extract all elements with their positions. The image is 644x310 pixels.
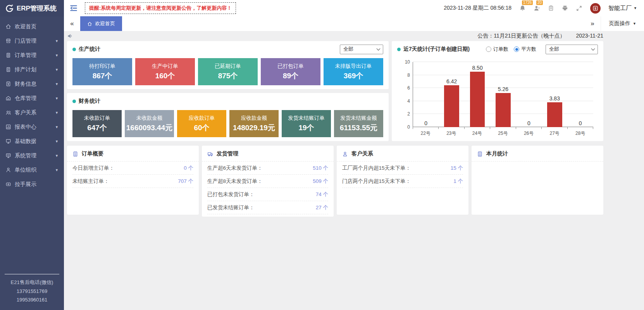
collapse-sidebar-icon[interactable] xyxy=(69,4,78,12)
panel-month-stats: 本月统计 xyxy=(472,146,603,215)
production-filter-select[interactable]: 全部 xyxy=(340,45,383,54)
row-label: 生产超8天未发货订单： xyxy=(207,178,263,185)
customer-messages-icon[interactable]: 20 xyxy=(534,5,540,12)
header-datetime: 2023-11-28 星期二 08:56:18 xyxy=(444,5,511,12)
chart-filter-value: 全部 xyxy=(549,46,559,53)
finance-stats-title: 财务统计 xyxy=(79,98,100,105)
notification-bell-icon[interactable]: 1726 xyxy=(519,5,526,12)
finance-card-3[interactable]: 应收款金额148029.19元 xyxy=(229,110,279,137)
page-operations-menu[interactable]: 页面操作 ▼ xyxy=(601,16,644,31)
chart-radio-0[interactable]: 订单数 xyxy=(486,46,508,53)
sidebar-item-label: 客户关系 xyxy=(15,109,52,116)
row-value[interactable]: 15 个 xyxy=(451,165,463,172)
row-value[interactable]: 509 个 xyxy=(313,178,328,185)
y-axis-tick-label: 6 xyxy=(407,85,410,91)
row-value[interactable]: 0 个 xyxy=(184,165,193,172)
panel-customer: 客户关系工厂两个月内超15天未下单：15 个门店两个月内超15天未下单：1 个 xyxy=(337,146,468,215)
bar-series: 06.428.505.2603.830 xyxy=(413,62,593,127)
sidebar-item-order[interactable]: 订单管理▼ xyxy=(0,48,64,62)
bar-slot: 0 xyxy=(568,62,593,127)
row-value[interactable]: 510 个 xyxy=(313,165,328,172)
production-card-2[interactable]: 已延期订单875个 xyxy=(198,58,258,85)
tab-label: 欢迎首页 xyxy=(95,20,115,27)
bar[interactable] xyxy=(496,93,511,127)
page-operations-label: 页面操作 xyxy=(609,20,630,27)
people-icon xyxy=(5,110,11,115)
chart-filter-select[interactable]: 全部 xyxy=(546,45,598,54)
row-label: 工厂两个月内超15天未下单： xyxy=(342,165,411,172)
production-cards: 待打印订单867个生产中订单160个已延期订单875个已打包订单89个未排版导出… xyxy=(72,58,383,85)
production-card-1[interactable]: 生产中订单160个 xyxy=(135,58,195,85)
row-label: 已打包未发货订单： xyxy=(207,191,255,198)
x-tick xyxy=(516,127,542,129)
stat-card-value: 647个 xyxy=(87,123,107,133)
print-icon[interactable] xyxy=(562,5,568,11)
bar[interactable] xyxy=(470,72,485,127)
sidebar-item-label: 仓库管理 xyxy=(15,95,52,102)
info-row: 已打包未发货订单：74 个 xyxy=(207,188,328,201)
row-value[interactable]: 1 个 xyxy=(453,178,463,185)
row-value[interactable]: 74 个 xyxy=(316,191,328,198)
production-filter-value: 全部 xyxy=(343,46,353,53)
chevron-down-icon: ▼ xyxy=(55,39,59,43)
tabs-scroll-left-icon[interactable]: « xyxy=(64,16,80,31)
sidebar-item-monitor[interactable]: 基础数据▼ xyxy=(0,134,64,148)
sidebar-item-plan[interactable]: 排产计划▼ xyxy=(0,62,64,77)
sidebar-item-report[interactable]: 报表中心▼ xyxy=(0,120,64,134)
tabs-scroll-right-icon[interactable]: » xyxy=(584,16,601,31)
bar-slot: 6.42 xyxy=(439,62,464,127)
row-value[interactable]: 27 个 xyxy=(316,204,328,211)
sidebar-item-people[interactable]: 客户关系▼ xyxy=(0,105,64,120)
fullscreen-icon[interactable] xyxy=(576,5,582,12)
row-value[interactable]: 707 个 xyxy=(178,178,193,185)
sidebar-item-home[interactable]: 欢迎首页 xyxy=(0,19,64,34)
speaker-icon[interactable] xyxy=(67,33,73,39)
finance-card-1[interactable]: 未收款金额1660093.44元 xyxy=(125,110,174,137)
sidebar-item-label: 报表中心 xyxy=(15,124,52,131)
production-card-3[interactable]: 已打包订单89个 xyxy=(261,58,320,85)
logo-icon xyxy=(5,3,14,13)
panel-header: 客户关系 xyxy=(337,146,468,162)
finance-card-5[interactable]: 发货未结账金额61153.55元 xyxy=(334,110,383,137)
chevron-down-icon: ▼ xyxy=(55,140,59,143)
finance-card-0[interactable]: 未收款订单647个 xyxy=(72,110,122,137)
radio-button xyxy=(514,46,519,52)
notice-text[interactable]: 公告：11月21日更新公告（晚十点） xyxy=(477,33,565,40)
bar[interactable] xyxy=(547,102,562,127)
production-stats-title: 生产统计 xyxy=(79,46,100,53)
sidebar-item-person[interactable]: 单位组织▼ xyxy=(0,163,64,177)
stat-card-label: 已打包订单 xyxy=(277,63,304,70)
x-axis-label: 25号 xyxy=(490,130,516,137)
sidebar-item-handle[interactable]: 拉手展示 xyxy=(0,177,64,191)
row-label: 门店两个月内超15天未下单： xyxy=(342,178,411,185)
clipboard-icon[interactable] xyxy=(548,5,554,11)
chart-radio-1[interactable]: 平方数 xyxy=(514,46,536,53)
production-card-4[interactable]: 未排版导出订单369个 xyxy=(324,58,383,85)
row-label: 生产超6天未发货订单： xyxy=(207,165,263,172)
tab-welcome-home[interactable]: 欢迎首页 xyxy=(80,16,122,31)
chevron-down-icon xyxy=(591,46,595,50)
production-card-0[interactable]: 待打印订单867个 xyxy=(72,58,132,85)
bar[interactable] xyxy=(444,85,459,127)
sidebar-item-store[interactable]: 门店管理▼ xyxy=(0,34,64,48)
finance-card-2[interactable]: 应收款订单60个 xyxy=(177,110,226,137)
panel-title: 客户关系 xyxy=(351,150,373,157)
system-reminder: 提醒:系统每周定期更新，请注意查阅更新公告，了解更新内容！ xyxy=(85,2,236,14)
sidebar-item-label: 门店管理 xyxy=(15,38,52,45)
bar-value-label: 3.83 xyxy=(549,95,560,102)
pdoc-icon xyxy=(72,151,78,157)
info-row: 今日新增主订单：0 个 xyxy=(72,162,193,175)
x-axis-label: 23号 xyxy=(439,130,465,137)
finance-card-4[interactable]: 发货未结账订单19个 xyxy=(282,110,331,137)
sidebar-item-warehouse[interactable]: 仓库管理▼ xyxy=(0,91,64,105)
user-avatar[interactable] xyxy=(590,3,601,14)
user-menu[interactable]: 智能工厂 ▼ xyxy=(608,5,637,12)
sidebar-item-finance[interactable]: 财务信息▼ xyxy=(0,77,64,91)
x-axis-labels: 22号23号24号25号26号27号28号 xyxy=(413,130,593,137)
order-icon xyxy=(5,52,11,58)
sidebar-item-monitor2[interactable]: 系统管理▼ xyxy=(0,148,64,163)
y-axis-tick-label: 2 xyxy=(407,111,410,117)
bar-value-label: 0 xyxy=(579,120,582,126)
radio-dot xyxy=(515,48,518,51)
sidebar-item-label: 单位组织 xyxy=(15,167,52,174)
